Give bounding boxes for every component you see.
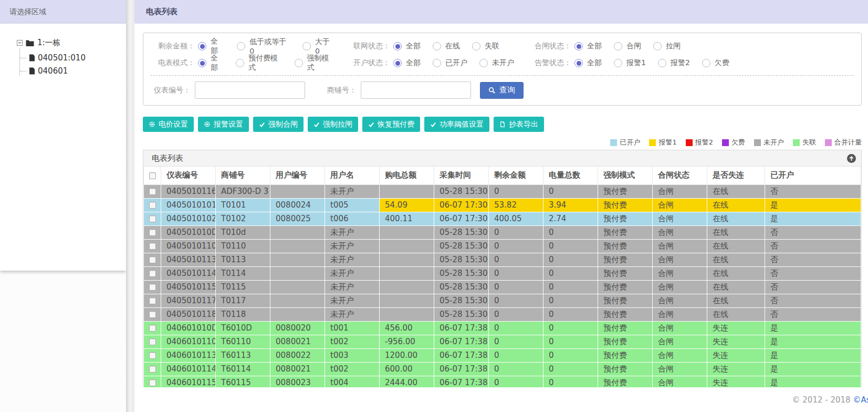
- row-checkbox[interactable]: [149, 284, 156, 291]
- copyright-link[interactable]: ©Asp: [853, 395, 868, 405]
- row-checkbox[interactable]: [149, 188, 156, 195]
- row-checkbox[interactable]: [149, 366, 156, 373]
- radio-selected-icon[interactable]: [198, 42, 206, 50]
- radio-icon[interactable]: [614, 42, 622, 50]
- radio-icon[interactable]: [237, 42, 245, 50]
- radio-option[interactable]: 预付费模式: [236, 54, 283, 73]
- action-button[interactable]: 抄表导出: [494, 117, 544, 132]
- table-row[interactable]: 0406010110T601100080021t002-956.0006-07 …: [144, 335, 861, 348]
- row-checkbox[interactable]: [149, 338, 156, 345]
- radio-option[interactable]: 大于0: [302, 37, 334, 55]
- radio-icon[interactable]: [472, 42, 480, 50]
- tree-node-leaf[interactable]: 040501:010: [20, 53, 126, 63]
- select-all-checkbox[interactable]: [149, 172, 156, 179]
- table-row[interactable]: 0405010115T0115未开户05-28 15:30:0000预付费合闸在…: [144, 280, 861, 294]
- row-checkbox[interactable]: [149, 325, 156, 332]
- row-checkbox[interactable]: [149, 270, 156, 277]
- meter-no-input[interactable]: [195, 81, 305, 99]
- radio-option[interactable]: 全部: [198, 37, 225, 56]
- radio-icon[interactable]: [433, 59, 441, 67]
- radio-option[interactable]: 合闸: [614, 42, 641, 51]
- table-row[interactable]: 0405010110T0110未开户05-28 15:30:0000预付费合闸在…: [144, 239, 861, 253]
- radio-option[interactable]: 全部: [393, 58, 421, 68]
- tree-node-leaf[interactable]: 040601: [20, 66, 126, 76]
- row-checkbox[interactable]: [149, 352, 156, 359]
- radio-icon[interactable]: [236, 59, 244, 67]
- row-checkbox[interactable]: [149, 297, 156, 304]
- table-cell: 05-28 15:30:00: [434, 266, 489, 280]
- table-row[interactable]: 0406010115T601150080023t0042444.0006-07 …: [144, 376, 861, 387]
- radio-option[interactable]: 全部: [393, 42, 421, 51]
- table-row[interactable]: 0405010102T01020080025t006400.1106-07 17…: [144, 212, 861, 225]
- row-checkbox[interactable]: [149, 311, 156, 318]
- radio-option[interactable]: 拉闸: [653, 42, 681, 51]
- radio-icon[interactable]: [295, 59, 303, 67]
- radio-option[interactable]: 低于或等于0: [237, 37, 290, 55]
- tree-node-label[interactable]: 040501:010: [38, 53, 86, 63]
- table-cell: T60115: [216, 376, 270, 387]
- radio-option[interactable]: 已开户: [433, 58, 467, 68]
- row-checkbox[interactable]: [149, 229, 156, 236]
- row-checkbox[interactable]: [149, 379, 156, 386]
- radio-option[interactable]: 报警2: [658, 58, 690, 68]
- table-row[interactable]: 0405010114T0114未开户05-28 15:30:0000预付费合闸在…: [144, 266, 861, 280]
- row-checkbox[interactable]: [149, 256, 156, 263]
- action-button[interactable]: 强制合闸: [253, 117, 304, 132]
- tree-collapse-icon[interactable]: [17, 40, 23, 46]
- action-button[interactable]: 电价设置: [143, 117, 194, 132]
- radio-selected-icon[interactable]: [574, 42, 583, 50]
- radio-icon[interactable]: [653, 42, 662, 50]
- table-row[interactable]: 0406010113T601130080022t0031200.0006-07 …: [144, 348, 861, 362]
- table-cell: 2444.00: [380, 376, 434, 387]
- table-row[interactable]: 040501010DT010d未开户05-28 15:30:0000预付费合闸在…: [144, 225, 861, 239]
- sidebar-resize-gutter[interactable]: [126, 0, 134, 412]
- radio-option[interactable]: 在线: [433, 42, 460, 51]
- radio-selected-icon[interactable]: [198, 59, 206, 67]
- radio-option[interactable]: 未开户: [479, 58, 514, 68]
- radio-option[interactable]: 报警1: [614, 58, 646, 68]
- shop-no-input[interactable]: [361, 81, 471, 99]
- action-button[interactable]: 报警设置: [198, 117, 249, 132]
- radio-selected-icon[interactable]: [574, 59, 583, 67]
- radio-selected-icon[interactable]: [393, 59, 402, 67]
- radio-selected-icon[interactable]: [393, 42, 402, 50]
- file-icon: [499, 121, 506, 128]
- table-row[interactable]: 0405010113T0113未开户05-28 15:30:0000预付费合闸在…: [144, 253, 861, 266]
- table-row[interactable]: 0405010101T01010080024t00554.0906-07 17:…: [144, 198, 861, 212]
- radio-option[interactable]: 失联: [472, 42, 499, 51]
- table-row[interactable]: 0405010116ADF300-D 3未开户05-28 15:30:0000预…: [144, 184, 861, 198]
- table-row[interactable]: 0405010117T0117未开户05-28 15:30:0000预付费合闸在…: [144, 294, 861, 307]
- tree-node-root[interactable]: 1:一栋: [17, 38, 126, 48]
- table-cell: 05-28 15:30:00: [434, 253, 489, 266]
- table-row[interactable]: 040601010DT6010D0080020t001456.0006-07 1…: [144, 321, 861, 335]
- action-button[interactable]: 强制拉闸: [308, 117, 358, 132]
- radio-option[interactable]: 全部: [574, 58, 602, 68]
- radio-option-label: 大于0: [315, 37, 334, 55]
- tree-node-label[interactable]: 1:一栋: [37, 38, 61, 48]
- radio-icon[interactable]: [702, 59, 710, 67]
- radio-option[interactable]: 欠费: [702, 58, 729, 68]
- collapse-up-icon[interactable]: [847, 154, 856, 163]
- table-cell: ADF300-D 3: [216, 184, 270, 198]
- radio-icon[interactable]: [658, 59, 666, 67]
- row-checkbox[interactable]: [149, 215, 156, 222]
- tree-node-label[interactable]: 040601: [38, 66, 68, 76]
- filter-group: 剩余金额：全部低于或等于0大于0: [151, 37, 346, 56]
- row-checkbox[interactable]: [149, 243, 156, 250]
- action-button[interactable]: 恢复预付费: [362, 117, 420, 132]
- radio-option[interactable]: 强制模式: [295, 54, 334, 73]
- radio-icon[interactable]: [614, 59, 622, 67]
- table-row[interactable]: 0405010118T0118未开户05-28 15:30:0000预付费合闸在…: [144, 307, 861, 321]
- radio-icon[interactable]: [302, 42, 311, 50]
- row-checkbox[interactable]: [149, 202, 156, 209]
- table-row[interactable]: 0406010114T601140080021t002600.0006-07 1…: [144, 362, 861, 376]
- radio-icon[interactable]: [433, 42, 441, 50]
- table-cell: 0406010113: [161, 348, 216, 362]
- query-button[interactable]: 查询: [480, 82, 524, 99]
- search-icon: [488, 87, 496, 94]
- radio-option[interactable]: 全部: [574, 42, 602, 51]
- action-button[interactable]: 功率阈值设置: [424, 117, 489, 132]
- radio-option[interactable]: 全部: [198, 54, 224, 73]
- radio-icon[interactable]: [479, 59, 488, 67]
- table-cell: 合闸: [653, 376, 707, 387]
